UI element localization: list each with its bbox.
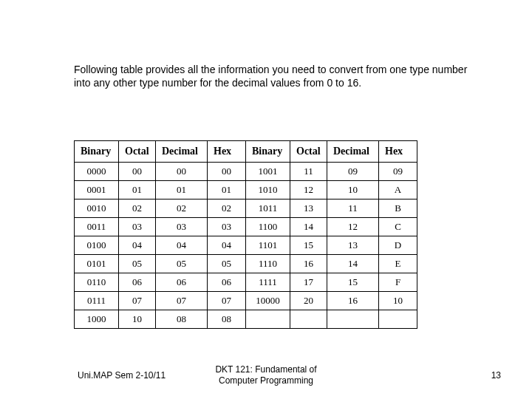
table-row: 011107070710000201610 <box>75 292 417 310</box>
conversion-table: Binary Octal Decimal Hex Binary Octal De… <box>74 140 417 329</box>
col-header: Octal <box>290 141 327 163</box>
table-row: 010105050511101614E <box>75 255 417 273</box>
table-cell: 08 <box>208 310 246 329</box>
table-cell: 1001 <box>246 163 290 181</box>
table-cell: 10 <box>379 292 417 310</box>
table-row: 00000000001001110909 <box>75 163 417 181</box>
table-cell: 03 <box>208 218 246 236</box>
table-cell <box>246 310 290 329</box>
table-cell: D <box>379 236 417 255</box>
table-cell: 14 <box>290 218 327 236</box>
table-cell: 16 <box>290 255 327 273</box>
table-cell: 02 <box>208 200 246 218</box>
table-cell: 12 <box>327 218 379 236</box>
col-header: Decimal <box>327 141 379 163</box>
table-cell: A <box>379 181 417 200</box>
table-cell: 10 <box>327 181 379 200</box>
table-cell: F <box>379 273 417 292</box>
table-cell: 0010 <box>75 200 119 218</box>
table-cell: 15 <box>327 273 379 292</box>
table-cell: 06 <box>156 273 208 292</box>
table-cell: 07 <box>119 292 156 310</box>
table-cell: 15 <box>290 236 327 255</box>
col-header: Octal <box>119 141 156 163</box>
table-cell: 0100 <box>75 236 119 255</box>
table-cell: 07 <box>156 292 208 310</box>
table-cell: 04 <box>208 236 246 255</box>
table-cell: C <box>379 218 417 236</box>
table-cell: 0101 <box>75 255 119 273</box>
table-cell: 1100 <box>246 218 290 236</box>
table-cell: 1000 <box>75 310 119 329</box>
table-cell: 11 <box>327 200 379 218</box>
table-row: 001002020210111311B <box>75 200 417 218</box>
table-cell: 0011 <box>75 218 119 236</box>
table-cell: 01 <box>156 181 208 200</box>
table-row: 1000100808 <box>75 310 417 329</box>
table-cell: 05 <box>119 255 156 273</box>
table-cell: 04 <box>119 236 156 255</box>
table-cell: 11 <box>290 163 327 181</box>
table-cell: 13 <box>327 236 379 255</box>
table-cell: 14 <box>327 255 379 273</box>
footer-center-line1: DKT 121: Fundamental of <box>215 364 316 375</box>
table-row: 001103030311001412C <box>75 218 417 236</box>
table-cell: 1010 <box>246 181 290 200</box>
table-cell: 1011 <box>246 200 290 218</box>
table-cell: 05 <box>208 255 246 273</box>
table-cell: 03 <box>119 218 156 236</box>
table-cell: 1110 <box>246 255 290 273</box>
table-cell <box>379 310 417 329</box>
footer-center-line2: Computer Programming <box>219 375 313 386</box>
col-header: Binary <box>75 141 119 163</box>
table-cell: 08 <box>156 310 208 329</box>
table-cell: 12 <box>290 181 327 200</box>
col-header: Decimal <box>156 141 208 163</box>
table-cell: 05 <box>156 255 208 273</box>
table-cell: 09 <box>379 163 417 181</box>
table-cell <box>327 310 379 329</box>
table-cell: 07 <box>208 292 246 310</box>
table-cell: 0000 <box>75 163 119 181</box>
table-cell: 13 <box>290 200 327 218</box>
table-cell <box>290 310 327 329</box>
footer-left: Uni.MAP Sem 2-10/11 <box>78 370 166 381</box>
table-cell: 0001 <box>75 181 119 200</box>
table-cell: 10 <box>119 310 156 329</box>
conversion-table-container: Binary Octal Decimal Hex Binary Octal De… <box>74 140 417 329</box>
table-row: 000101010110101210A <box>75 181 417 200</box>
table-cell: 10000 <box>246 292 290 310</box>
table-cell: 01 <box>119 181 156 200</box>
table-cell: 00 <box>119 163 156 181</box>
table-cell: 03 <box>156 218 208 236</box>
table-cell: 02 <box>119 200 156 218</box>
table-cell: 06 <box>119 273 156 292</box>
intro-text: Following table provides all the informa… <box>74 63 480 89</box>
table-cell: 1111 <box>246 273 290 292</box>
table-cell: 02 <box>156 200 208 218</box>
table-row: 010004040411011513D <box>75 236 417 255</box>
table-cell: 16 <box>327 292 379 310</box>
table-cell: E <box>379 255 417 273</box>
table-cell: 0110 <box>75 273 119 292</box>
table-cell: 04 <box>156 236 208 255</box>
table-row: 011006060611111715F <box>75 273 417 292</box>
col-header: Hex <box>379 141 417 163</box>
table-cell: 0111 <box>75 292 119 310</box>
table-cell: 20 <box>290 292 327 310</box>
table-header-row: Binary Octal Decimal Hex Binary Octal De… <box>75 141 417 163</box>
footer-page-number: 13 <box>491 370 501 381</box>
table-cell: 06 <box>208 273 246 292</box>
table-cell: 00 <box>208 163 246 181</box>
table-cell: 00 <box>156 163 208 181</box>
table-cell: B <box>379 200 417 218</box>
table-cell: 01 <box>208 181 246 200</box>
table-cell: 09 <box>327 163 379 181</box>
col-header: Binary <box>246 141 290 163</box>
table-cell: 17 <box>290 273 327 292</box>
col-header: Hex <box>208 141 246 163</box>
table-cell: 1101 <box>246 236 290 255</box>
